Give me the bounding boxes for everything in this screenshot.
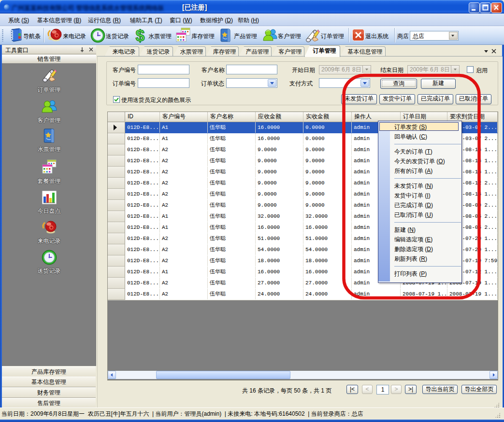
- svg-text:$: $: [136, 27, 145, 44]
